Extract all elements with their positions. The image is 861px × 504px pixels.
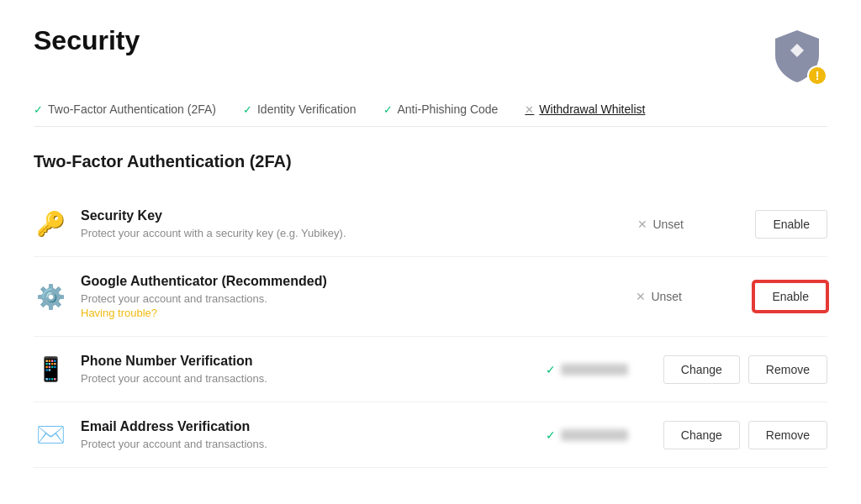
email-verify-status: ✓ — [546, 428, 663, 442]
security-key-info: Security KeyProtect your account with a … — [81, 208, 637, 239]
security-key-actions: Enable — [755, 210, 827, 239]
security-key-enable-button[interactable]: Enable — [755, 210, 827, 239]
google-auth-icon: ⚙️ — [34, 283, 67, 311]
status-check-icon: ✓ — [546, 428, 556, 442]
nav-tabs: ✓Two-Factor Authentication (2FA)✓Identit… — [34, 102, 827, 127]
status-x-icon: ✕ — [637, 218, 647, 231]
status-x-icon: ✕ — [636, 290, 646, 303]
email-verify-blurred-value — [561, 429, 628, 441]
google-auth-desc: Protect your account and transactions. — [81, 292, 636, 305]
check-icon: ✓ — [34, 103, 43, 116]
nav-tab-2fa[interactable]: ✓Two-Factor Authentication (2FA) — [34, 102, 216, 116]
phone-verify-change-button[interactable]: Change — [663, 355, 740, 384]
page-title: Security — [34, 25, 140, 56]
security-key-desc: Protect your account with a security key… — [81, 227, 637, 239]
auth-item-email-verify: ✉️Email Address VerificationProtect your… — [34, 402, 827, 468]
google-auth-status: ✕Unset — [636, 290, 753, 303]
security-key-status-text: Unset — [652, 218, 684, 231]
email-verify-name: Email Address Verification — [81, 419, 546, 434]
email-verify-change-button[interactable]: Change — [663, 421, 740, 449]
security-shield-icon: ! — [767, 25, 827, 86]
phone-verify-remove-button[interactable]: Remove — [748, 355, 827, 384]
check-icon: ✓ — [243, 103, 252, 116]
x-icon: ✕ — [525, 103, 534, 116]
auth-item-phone-verify: 📱Phone Number VerificationProtect your a… — [34, 337, 827, 402]
auth-item-google-auth: ⚙️Google Authenticator (Recommended)Prot… — [34, 257, 827, 337]
email-verify-actions: ChangeRemove — [663, 421, 827, 449]
nav-tab-withdrawal[interactable]: ✕Withdrawal Whitelist — [525, 102, 645, 116]
tab-label-withdrawal: Withdrawal Whitelist — [539, 102, 645, 116]
warning-badge: ! — [807, 66, 827, 86]
phone-verify-name: Phone Number Verification — [81, 354, 546, 369]
email-verify-icon: ✉️ — [34, 421, 67, 449]
auth-list: 🔑Security KeyProtect your account with a… — [34, 192, 827, 468]
security-key-icon: 🔑 — [34, 210, 67, 238]
email-verify-remove-button[interactable]: Remove — [748, 421, 827, 449]
email-verify-info: Email Address VerificationProtect your a… — [81, 419, 546, 450]
status-check-icon: ✓ — [546, 363, 556, 376]
email-verify-desc: Protect your account and transactions. — [81, 438, 546, 450]
google-auth-name: Google Authenticator (Recommended) — [81, 274, 636, 289]
nav-tab-identity[interactable]: ✓Identity Verification — [243, 102, 357, 116]
nav-tab-antiphishing[interactable]: ✓Anti-Phishing Code — [383, 102, 499, 116]
auth-item-security-key: 🔑Security KeyProtect your account with a… — [34, 192, 827, 257]
tab-label-identity: Identity Verification — [257, 102, 357, 116]
check-icon: ✓ — [383, 103, 393, 116]
google-auth-enable-button[interactable]: Enable — [753, 281, 827, 312]
phone-verify-actions: ChangeRemove — [663, 355, 827, 384]
google-auth-info: Google Authenticator (Recommended)Protec… — [81, 274, 636, 319]
phone-verify-icon: 📱 — [34, 355, 67, 383]
phone-verify-blurred-value — [561, 364, 628, 375]
google-auth-status-text: Unset — [651, 290, 682, 303]
page-header: Security ! — [34, 25, 827, 86]
security-key-name: Security Key — [81, 208, 637, 223]
phone-verify-status: ✓ — [546, 363, 663, 376]
tab-label-antiphishing: Anti-Phishing Code — [398, 102, 499, 116]
tab-label-2fa: Two-Factor Authentication (2FA) — [48, 102, 216, 116]
phone-verify-desc: Protect your account and transactions. — [81, 372, 546, 385]
google-auth-actions: Enable — [753, 281, 827, 312]
section-title: Two-Factor Authentication (2FA) — [34, 152, 827, 171]
phone-verify-info: Phone Number VerificationProtect your ac… — [81, 354, 546, 385]
security-key-status: ✕Unset — [637, 218, 755, 231]
google-auth-help-link[interactable]: Having trouble? — [81, 307, 636, 319]
